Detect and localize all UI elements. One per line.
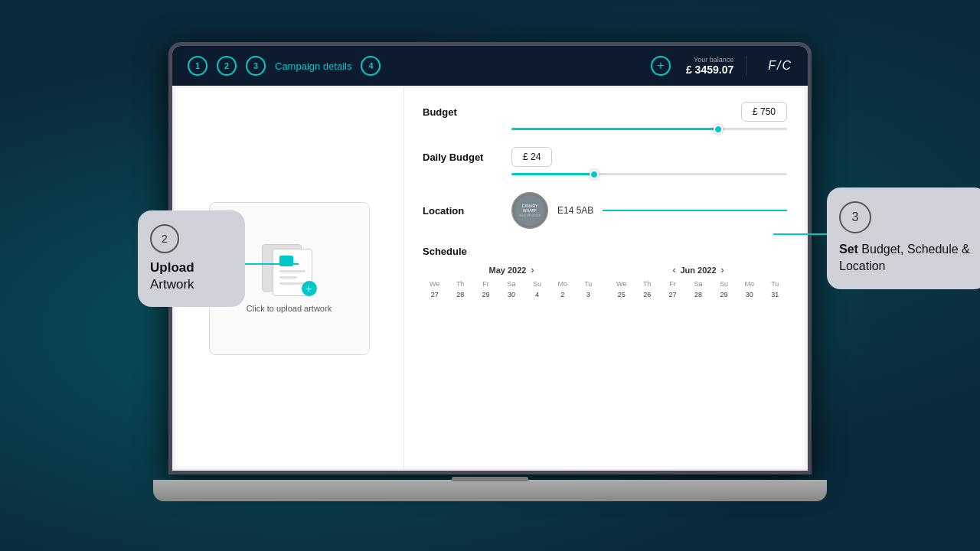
location-line	[603, 210, 787, 211]
cal-header-we: We	[423, 280, 446, 288]
app-header: 1 2 3 Campaign details 4 + Your balance …	[172, 46, 808, 86]
cal-jun-day-29[interactable]: 29	[712, 289, 736, 300]
svg-text:WHARF: WHARF	[523, 208, 537, 213]
cal-jun-title: Jun 2022	[680, 266, 716, 275]
cal-may-next[interactable]: ›	[531, 265, 534, 276]
step-3[interactable]: 3	[246, 56, 266, 76]
add-button[interactable]: +	[651, 56, 671, 76]
location-badge: CANARY WHARF ISLE OF DOGS	[511, 192, 548, 229]
cal-day-27[interactable]: 27	[423, 289, 446, 300]
cal-jun-header-tu: Tu	[763, 280, 787, 288]
svg-text:ISLE OF DOGS: ISLE OF DOGS	[519, 214, 541, 217]
budget-thumb	[714, 125, 723, 134]
tooltip-3-text: Set Budget, Schedule & Location	[839, 241, 975, 276]
location-map-icon: CANARY WHARF ISLE OF DOGS	[514, 194, 546, 227]
cal-jun-next[interactable]: ›	[721, 265, 724, 276]
daily-budget-slider[interactable]	[511, 173, 787, 175]
daily-budget-field: Daily Budget £ 24	[423, 147, 787, 175]
app-container: 1 2 3 Campaign details 4 + Your balance …	[172, 46, 808, 471]
balance-section: Your balance £ 3459.07	[686, 56, 746, 76]
laptop-notch	[452, 477, 528, 481]
daily-budget-label: Daily Budget	[423, 147, 499, 163]
app-main: + Click to upload artwork Budget £ 750	[175, 88, 805, 468]
cal-header-mo: Mo	[550, 280, 574, 288]
cal-header-fr: Fr	[474, 280, 498, 288]
balance-label: Your balance	[686, 56, 733, 64]
daily-budget-thumb	[590, 170, 599, 179]
cal-day-30[interactable]: 30	[499, 289, 523, 300]
upload-text: Click to upload artwork	[247, 304, 332, 313]
cal-jun-prev[interactable]: ‹	[672, 265, 675, 276]
calendar-jun: ‹ Jun 2022 › We Th Fr Sa Su	[609, 265, 787, 300]
cal-day-4[interactable]: 4	[525, 289, 549, 300]
cal-jun-day-26[interactable]: 26	[635, 289, 658, 300]
cal-day-3[interactable]: 3	[577, 289, 600, 300]
cal-day-2[interactable]: 2	[550, 289, 574, 300]
upload-plus-icon: +	[302, 281, 317, 296]
doc-line-2	[279, 276, 298, 279]
laptop-base	[153, 480, 827, 501]
location-field: Location CANARY WHARF ISLE OF DOGS	[423, 192, 787, 229]
tooltip-step-3: 3 Set Budget, Schedule & Location	[827, 187, 980, 289]
step-2[interactable]: 2	[217, 56, 237, 76]
cal-jun-day-30[interactable]: 30	[737, 289, 761, 300]
cal-jun-day-31[interactable]: 31	[763, 289, 787, 300]
cal-header-su: Su	[525, 280, 549, 288]
cal-may-title: May 2022	[489, 266, 527, 275]
cal-jun-header-th: Th	[635, 280, 658, 288]
schedule-label: Schedule	[423, 246, 787, 257]
cal-jun-header-mo: Mo	[737, 280, 761, 288]
tooltip-2-bold: Upload	[150, 260, 194, 275]
tooltip-step-2: 2 Upload Artwork	[138, 210, 245, 307]
cal-header-sa: Sa	[499, 280, 523, 288]
cal-jun-header-we: We	[609, 280, 633, 288]
step-label: Campaign details	[275, 60, 351, 72]
budget-label: Budget	[423, 102, 499, 118]
laptop-screen: 1 2 3 Campaign details 4 + Your balance …	[168, 42, 812, 474]
step-1[interactable]: 1	[188, 56, 207, 76]
daily-budget-value[interactable]: £ 24	[511, 147, 552, 167]
tooltip-3-circle: 3	[839, 201, 871, 233]
calendar-may: May 2022 › We Th Fr Sa Su Mo	[423, 265, 600, 300]
tooltip-2-circle: 2	[150, 224, 179, 253]
doc-line-1	[279, 270, 305, 272]
budget-value[interactable]: £ 750	[741, 102, 787, 122]
logo: F/C	[768, 59, 792, 73]
location-label: Location	[423, 205, 499, 217]
tooltip-2-normal: Artwork	[150, 277, 194, 292]
budget-field: Budget £ 750	[423, 102, 787, 130]
tooltip-2-connector	[245, 263, 299, 265]
cal-jun-header-su: Su	[712, 280, 736, 288]
cal-jun-header-sa: Sa	[686, 280, 710, 288]
cal-header-tu: Tu	[577, 280, 600, 288]
cal-header-th: Th	[448, 280, 472, 288]
right-panel: Budget £ 750 Daily Budget £ 24	[404, 88, 805, 468]
cal-jun-day-27[interactable]: 27	[661, 289, 684, 300]
cal-jun-day-28[interactable]: 28	[686, 289, 710, 300]
tooltip-3-connector	[773, 233, 827, 235]
cal-jun-header-fr: Fr	[661, 280, 684, 288]
step-4[interactable]: 4	[361, 56, 381, 76]
schedule-section: Schedule May 2022 › We Th	[423, 246, 787, 300]
doc-line-3	[279, 282, 305, 285]
balance-amount: £ 3459.07	[686, 64, 733, 76]
cal-day-29[interactable]: 29	[474, 289, 498, 300]
cal-jun-day-25[interactable]: 25	[609, 289, 633, 300]
location-postcode: E14 5AB	[557, 205, 593, 216]
budget-slider[interactable]	[511, 128, 787, 130]
cal-day-28[interactable]: 28	[448, 289, 472, 300]
